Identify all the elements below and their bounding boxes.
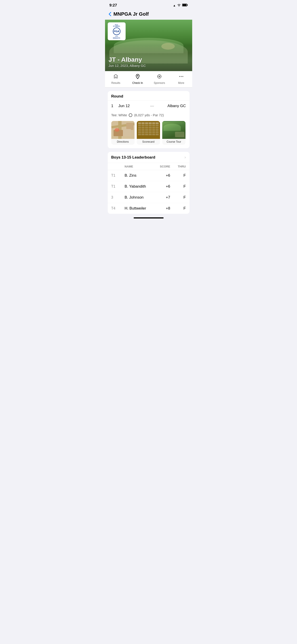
round-section: Round 1 Jun 12 — Albany GC Tee: White (6… <box>108 91 190 148</box>
col-name: NAME <box>125 165 150 168</box>
directions-tile-label: Directions <box>111 139 135 145</box>
scorecard-grid <box>137 121 160 137</box>
svg-point-4 <box>116 76 117 76</box>
score-4: +8 <box>150 206 170 211</box>
tile-scorecard[interactable]: Scorecard <box>137 121 160 145</box>
event-date: Jun 12, 2023, Albany GC <box>109 64 189 68</box>
status-time: 9:27 <box>109 3 117 8</box>
tile-directions[interactable]: Directions <box>111 121 135 145</box>
leaderboard-section: Boys 13-15 Leaderboard › NAME SCORE THRU… <box>108 152 190 214</box>
status-bar: 9:27 ▲ <box>105 0 192 10</box>
page-title: MNPGA Jr Golf <box>113 11 149 17</box>
status-icons: ▲ <box>173 4 188 7</box>
hero-image: PGA OF AMERICA PGA ●1916● MINNESOTA JT -… <box>105 20 192 71</box>
tab-more-label: More <box>178 82 184 84</box>
course-tour-tile-image <box>162 121 186 139</box>
tab-results-label: Results <box>111 82 120 84</box>
signal-icon: ▲ <box>173 4 176 7</box>
rank-1: T1 <box>111 174 125 178</box>
action-tiles: Directions <box>108 120 190 148</box>
home-indicator <box>134 217 164 218</box>
name-2: B. Yabandith <box>125 184 150 189</box>
round-section-title: Round <box>111 94 123 98</box>
course-tour-tile-label: Course Tour <box>162 139 186 145</box>
name-3: B. Johnson <box>125 195 150 200</box>
tab-sponsors[interactable]: Sponsors <box>149 71 171 87</box>
leaderboard-row: 3 B. Johnson +7 F <box>108 192 190 203</box>
tab-sponsors-label: Sponsors <box>154 82 165 84</box>
tee-details: (6,027 yds - Par 72) <box>134 113 164 117</box>
name-1: B. Zins <box>125 173 150 178</box>
leaderboard-header[interactable]: Boys 13-15 Leaderboard › <box>108 152 190 163</box>
main-content: Round 1 Jun 12 — Albany GC Tee: White (6… <box>105 91 192 214</box>
col-rank <box>111 165 125 168</box>
tile-course-tour[interactable]: Course Tour <box>162 121 186 145</box>
sponsors-icon <box>157 74 162 80</box>
checkin-icon <box>135 74 140 80</box>
svg-point-3 <box>115 76 115 76</box>
rank-4: T4 <box>111 206 125 210</box>
score-1: +6 <box>150 173 170 178</box>
tab-checkin[interactable]: Check In <box>127 71 149 87</box>
thru-4: F <box>170 206 186 211</box>
tee-info: Tee: White (6,027 yds - Par 72) <box>108 111 190 120</box>
tee-circle <box>129 113 132 117</box>
svg-rect-2 <box>182 4 186 6</box>
leaderboard-row: T4 H. Buttweiler +8 F <box>108 203 190 214</box>
tab-checkin-label: Check In <box>132 82 143 84</box>
svg-point-5 <box>137 75 138 76</box>
more-icon <box>179 74 184 80</box>
rank-2: T1 <box>111 184 125 188</box>
col-thru: THRU <box>170 165 186 168</box>
svg-rect-1 <box>187 4 188 6</box>
hero-title-block: JT - Albany Jun 12, 2023, Albany GC <box>109 56 189 68</box>
tee-label: Tee: White <box>111 113 127 117</box>
score-2: +6 <box>150 184 170 189</box>
round-separator: — <box>150 104 154 108</box>
round-date: Jun 12 <box>118 104 148 108</box>
col-score: SCORE <box>150 165 170 168</box>
leaderboard-row: T1 B. Yabandith +6 F <box>108 181 190 192</box>
leaderboard-columns: NAME SCORE THRU <box>108 163 190 170</box>
tab-more[interactable]: More <box>170 71 192 87</box>
thru-1: F <box>170 173 186 178</box>
event-name: JT - Albany <box>109 56 189 63</box>
round-course: Albany GC <box>157 104 186 108</box>
leaderboard-title: Boys 13-15 Leaderboard <box>111 155 155 160</box>
directions-tile-image <box>111 121 135 139</box>
rank-3: 3 <box>111 196 125 200</box>
wifi-icon <box>177 4 181 7</box>
thru-2: F <box>170 184 186 189</box>
leaderboard-row: T1 B. Zins +6 F <box>108 170 190 181</box>
round-section-header: Round <box>108 91 190 100</box>
tab-navigation: Results Check In Sponsors More <box>105 71 192 88</box>
round-number: 1 <box>111 104 116 108</box>
nav-header: MNPGA Jr Golf <box>105 10 192 20</box>
svg-point-9 <box>181 76 182 77</box>
scorecard-tile-image <box>137 121 160 139</box>
svg-point-10 <box>182 76 183 77</box>
chevron-right-icon: › <box>185 155 186 160</box>
score-3: +7 <box>150 195 170 200</box>
round-row: 1 Jun 12 — Albany GC <box>108 100 190 111</box>
svg-point-7 <box>159 76 160 77</box>
name-4: H. Buttweiler <box>125 206 150 211</box>
tab-results[interactable]: Results <box>105 71 127 87</box>
battery-icon <box>182 4 188 7</box>
svg-point-8 <box>179 76 180 77</box>
scorecard-tile-label: Scorecard <box>137 139 160 145</box>
results-icon <box>113 74 118 80</box>
thru-3: F <box>170 195 186 200</box>
event-logo: PGA OF AMERICA PGA ●1916● MINNESOTA <box>108 22 126 40</box>
back-button[interactable] <box>109 12 111 16</box>
